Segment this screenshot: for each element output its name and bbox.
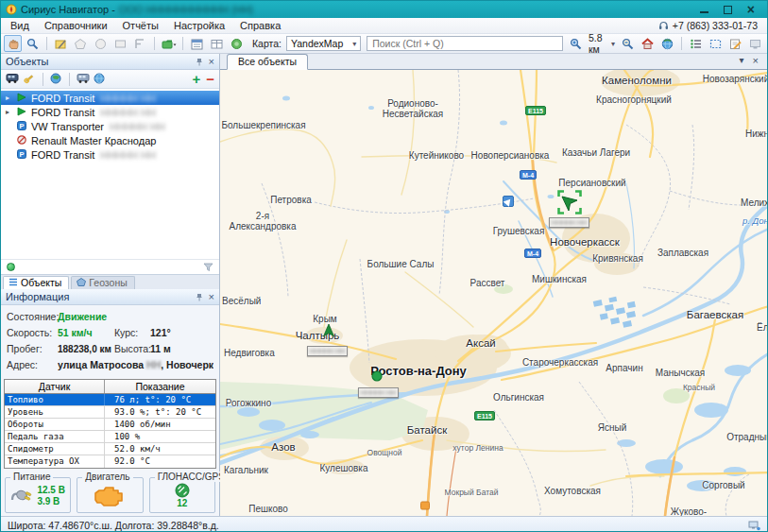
plate-hidden-text: ННННН НН <box>310 348 345 354</box>
search-input[interactable] <box>367 36 563 51</box>
minimize-button[interactable] <box>700 7 708 13</box>
status-dot-icon[interactable] <box>7 263 15 271</box>
map-label: Грушевская <box>493 227 545 237</box>
selected-vehicle-arrow-icon <box>557 190 582 215</box>
vehicle-group-button[interactable] <box>6 71 19 88</box>
vehicle-plate-label: ННННН НН <box>549 217 589 228</box>
altitude-value: 11 м <box>150 343 171 354</box>
monitor-button[interactable] <box>746 35 764 52</box>
tree-expander-icon[interactable]: ▸ <box>6 108 13 116</box>
zoom-tool-button[interactable] <box>24 35 42 52</box>
tab-objects[interactable]: Объекты <box>3 276 69 289</box>
map-scale-control[interactable]: 5.8 км ▾ <box>587 32 617 55</box>
tree-expander-icon[interactable]: ▸ <box>6 94 13 102</box>
select-area-button[interactable] <box>707 35 725 52</box>
zoom-out-button[interactable] <box>619 35 637 52</box>
close-button[interactable]: × <box>747 5 755 14</box>
menu-item-0[interactable]: Вид <box>3 19 37 32</box>
add-object-button[interactable]: + <box>192 74 200 85</box>
sensor-row[interactable]: Уровень93.0 %; t°: 20 °C <box>5 406 215 419</box>
tab-list-dropdown-icon[interactable]: ▾ <box>740 55 744 66</box>
altitude-label: Высота: <box>114 343 150 354</box>
chevron-down-icon: ▾ <box>611 40 615 48</box>
window-title: Сириус Навигатор - <box>21 4 115 15</box>
headset-icon <box>658 21 669 30</box>
sensor-row[interactable]: Спидометр52.0 км/ч <box>5 443 215 455</box>
map-tab-label: Все объекты <box>238 56 297 67</box>
keys-icon <box>23 73 36 84</box>
globe-button[interactable] <box>658 35 676 52</box>
map-canvas[interactable]: БольшекрепинскаяРодионово- НесветайскаяК… <box>220 70 768 516</box>
zoom-in-button[interactable] <box>567 35 585 52</box>
map-select-combo[interactable]: YandexMap ▾ <box>286 36 361 51</box>
vehicle-marker-selected[interactable] <box>557 190 582 218</box>
rect-tool-button[interactable] <box>111 35 129 52</box>
menu-item-4[interactable]: Справка <box>232 19 288 32</box>
filter-button[interactable] <box>203 259 213 276</box>
tab-close-icon[interactable]: × <box>753 55 759 66</box>
object-name: FORD Transit <box>31 93 94 104</box>
map-label: Кутейниково <box>409 151 464 162</box>
polygon-tool-button[interactable] <box>72 35 90 52</box>
object-row[interactable]: ▸FORD TransitННННН НН <box>1 105 219 119</box>
map-label: Овощной <box>367 449 402 457</box>
maximize-button[interactable] <box>724 6 732 14</box>
gauges: Питание 12.5 В 3.9 В Двигатель ГЛОНАСС/G… <box>1 469 219 513</box>
pan-tool-button[interactable] <box>4 35 22 52</box>
object-plate-hidden: ННННН НН <box>100 93 156 104</box>
show-on-map-button[interactable] <box>50 71 62 88</box>
menu-item-3[interactable]: Настройка <box>166 19 232 32</box>
object-row[interactable]: Renault Master Краснодар <box>1 133 219 147</box>
vehicle-marker-dot[interactable] <box>371 369 383 386</box>
speed-value: 51 км/ч <box>58 327 114 338</box>
finance-button[interactable] <box>228 35 246 52</box>
plug-icon <box>10 486 33 505</box>
map-scale-value: 5.8 км <box>589 32 609 55</box>
tools-button[interactable] <box>23 71 36 88</box>
pin-icon[interactable] <box>196 58 203 66</box>
menu-item-1[interactable]: Справочники <box>37 19 115 32</box>
ruler-tool-button[interactable] <box>131 35 149 52</box>
object-row[interactable]: PVW TransporterННННН НН <box>1 119 219 133</box>
sensor-value: 52.0 км/ч <box>105 443 215 455</box>
edit-map-button[interactable] <box>52 35 70 52</box>
home-button[interactable] <box>639 35 657 52</box>
bus-gray-icon <box>77 73 90 84</box>
sensor-row[interactable]: Температура ОХ92.0 °C <box>5 455 215 468</box>
tracks-button[interactable] <box>160 35 178 52</box>
menu-bar: ВидСправочникиОтчётыНастройкаСправка +7 … <box>1 18 767 34</box>
remove-object-button[interactable]: − <box>206 75 214 84</box>
menu-item-2[interactable]: Отчёты <box>115 19 166 32</box>
parked-icon: P <box>17 121 26 130</box>
circle-tool-button[interactable] <box>92 35 110 52</box>
map-label: Каменоломни <box>602 75 672 86</box>
vehicle-button[interactable] <box>77 71 90 88</box>
circle-icon <box>94 38 107 50</box>
close-panel-icon[interactable]: × <box>209 56 214 67</box>
magnifier-icon <box>26 38 39 50</box>
legend-button[interactable] <box>687 35 705 52</box>
notes-button[interactable] <box>726 35 744 52</box>
pin-icon[interactable] <box>196 293 203 301</box>
globe-button-2[interactable] <box>94 71 106 88</box>
table-view-button[interactable] <box>208 35 226 52</box>
object-row[interactable]: ▸FORD TransitННННН НН <box>1 91 219 105</box>
close-panel-icon[interactable]: × <box>209 291 214 302</box>
reports-button[interactable] <box>188 35 206 52</box>
map-label: хутор Ленина <box>452 444 503 453</box>
map-label: Мокрый Батай <box>445 489 499 497</box>
tab-geozones[interactable]: Геозоны <box>71 276 134 289</box>
sensor-row[interactable]: Педаль газа100 % <box>5 431 215 443</box>
sensor-row[interactable]: Топливо76 л; t°: 20 °C <box>5 394 215 406</box>
title-bar: Сириус Навигатор - ООО ННННННННННН (НН) … <box>1 1 767 18</box>
object-row[interactable]: PFORD TransitННННН НН <box>1 147 219 162</box>
sensor-row[interactable]: Обороты1400 об/мин <box>5 419 215 431</box>
map-label: Манычская <box>656 369 706 379</box>
left-panel: Объекты × + − ▸FORD TransitННННН <box>1 54 220 516</box>
map-tab-all-objects[interactable]: Все объекты <box>227 54 308 70</box>
value-col-header: Показание <box>105 380 215 393</box>
vehicle-marker-arrow[interactable] <box>323 324 335 342</box>
panel-tabs: ОбъектыГеозоны <box>1 274 219 289</box>
map-label: Ольгинская <box>493 393 544 403</box>
hand-icon <box>7 38 19 50</box>
